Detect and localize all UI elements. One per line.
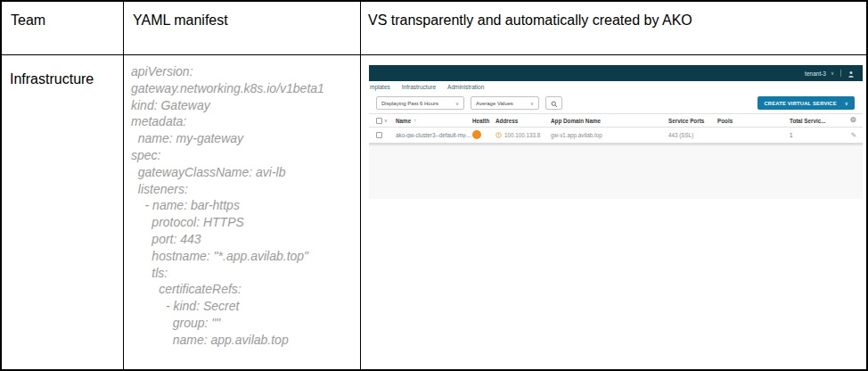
- vs-app-domain: gw-v1.app.avilab.top: [551, 132, 668, 138]
- tenant-dropdown[interactable]: tenant-3 ∨: [805, 70, 834, 77]
- sort-ascending-icon: ↑: [414, 118, 416, 123]
- gear-icon[interactable]: ⚙: [850, 117, 856, 124]
- column-health[interactable]: Health: [472, 118, 495, 124]
- team-cell: Infrastructure: [2, 55, 124, 369]
- column-total-services[interactable]: Total Servic...: [787, 118, 849, 124]
- nav-item-templates[interactable]: mplates: [370, 84, 390, 90]
- create-virtual-service-label: CREATE VIRTUAL SERVICE: [764, 101, 836, 106]
- topbar-divider: [840, 70, 841, 77]
- column-header-vs: VS transparently and automatically creat…: [361, 2, 866, 55]
- time-range-select[interactable]: Displaying Past 6 Hours ∨: [376, 96, 464, 110]
- vs-total-services: 1: [790, 132, 793, 138]
- vs-service-ports: 443 (SSL): [668, 132, 717, 138]
- search-icon: [551, 95, 558, 111]
- yaml-manifest-cell: apiVersion: gateway.networking.k8s.io/v1…: [124, 55, 361, 369]
- vs-table-row: ako-gw-cluster3--default-my-... 100.100.…: [369, 128, 863, 144]
- header-yaml-label: YAML manifest: [133, 12, 228, 28]
- column-service-ports[interactable]: Service Ports: [668, 118, 717, 124]
- metrics-mode-select[interactable]: Average Values ∨: [471, 96, 539, 110]
- column-address[interactable]: Address: [495, 118, 551, 124]
- avi-console-screenshot: tenant-3 ∨ mplates Infrastructure Admini…: [369, 65, 863, 199]
- chevron-down-icon: ∨: [530, 101, 534, 106]
- avi-nav-bar: mplates Infrastructure Administration: [369, 81, 863, 93]
- user-icon[interactable]: [848, 65, 855, 81]
- edit-pencil-icon[interactable]: ✎: [851, 132, 856, 139]
- column-name[interactable]: Name ↑: [396, 118, 472, 124]
- row-checkbox[interactable]: [376, 132, 382, 138]
- warning-circle-icon: [495, 132, 502, 139]
- column-name-label: Name: [396, 118, 411, 124]
- avi-top-bar: tenant-3 ∨: [369, 65, 863, 81]
- nav-item-infrastructure[interactable]: Infrastructure: [402, 84, 436, 90]
- column-header-yaml: YAML manifest: [124, 2, 361, 55]
- chevron-down-icon: ∨: [455, 101, 459, 106]
- header-vs-label: VS transparently and automatically creat…: [368, 12, 692, 28]
- create-virtual-service-button[interactable]: CREATE VIRTUAL SERVICE ∨: [757, 96, 855, 110]
- select-all-checkbox[interactable]: [376, 118, 382, 124]
- chevron-down-icon: ∨: [845, 101, 848, 106]
- documentation-table: Team YAML manifest VS transparently and …: [0, 0, 868, 371]
- column-header-team: Team: [2, 2, 124, 55]
- chevron-down-icon: ∨: [384, 118, 388, 123]
- vs-table-header: ∨ Name ↑ Health Address App Domain Name …: [369, 113, 863, 128]
- header-team-label: Team: [11, 12, 45, 28]
- vs-name-link[interactable]: ako-gw-cluster3--default-my-...: [396, 132, 471, 138]
- metrics-value: Average Values: [476, 101, 513, 106]
- screenshot-cell: tenant-3 ∨ mplates Infrastructure Admini…: [361, 55, 866, 369]
- search-button[interactable]: [545, 96, 562, 110]
- column-pools[interactable]: Pools: [717, 118, 787, 124]
- chevron-down-icon: ∨: [831, 70, 834, 76]
- column-app-domain-name[interactable]: App Domain Name: [551, 118, 668, 124]
- time-range-value: Displaying Past 6 Hours: [381, 101, 438, 106]
- avi-content-area: [369, 144, 863, 199]
- avi-toolbar: Displaying Past 6 Hours ∨ Average Values…: [369, 93, 863, 113]
- yaml-manifest-code: apiVersion: gateway.networking.k8s.io/v1…: [131, 63, 355, 349]
- nav-item-administration[interactable]: Administration: [447, 84, 484, 90]
- vs-address: 100.100.133.8: [504, 132, 540, 138]
- team-value: Infrastructure: [10, 71, 94, 87]
- health-score-badge[interactable]: [472, 130, 481, 139]
- tenant-label: tenant-3: [805, 70, 826, 77]
